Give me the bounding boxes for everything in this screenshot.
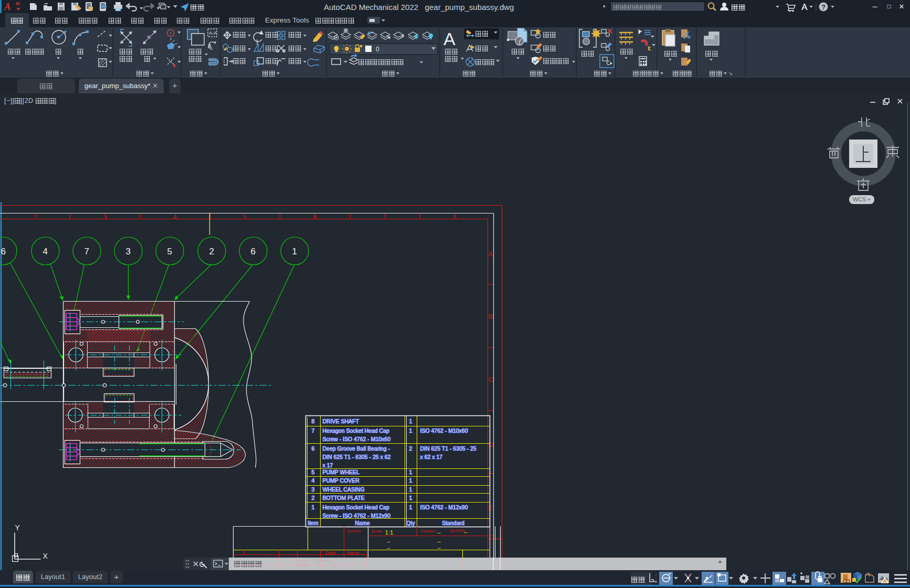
svg-text:Screw - ISO 4762 - M10x60: Screw - ISO 4762 - M10x60 bbox=[323, 436, 391, 442]
svg-text:E: E bbox=[489, 504, 493, 511]
svg-text:Qty: Qty bbox=[406, 520, 415, 526]
svg-text:2: 2 bbox=[209, 247, 214, 256]
svg-text:5: 5 bbox=[167, 247, 172, 256]
svg-text:1:1: 1:1 bbox=[385, 529, 394, 536]
svg-text:M: M bbox=[16, 1, 20, 6]
svg-text:1: 1 bbox=[409, 495, 412, 501]
svg-text:3: 3 bbox=[126, 247, 131, 256]
svg-text:Position: Position bbox=[421, 529, 436, 533]
svg-text:Y: Y bbox=[15, 523, 20, 532]
svg-text:Checked: Checked bbox=[298, 564, 310, 567]
svg-text:Name: Name bbox=[355, 520, 369, 526]
svg-text:1: 1 bbox=[409, 477, 412, 484]
svg-text:–: – bbox=[387, 544, 391, 551]
svg-text:A: A bbox=[4, 1, 11, 12]
svg-text:DIN 625 T1 - 6305 - 25: DIN 625 T1 - 6305 - 25 bbox=[420, 445, 477, 452]
svg-text:A-A: A-A bbox=[209, 30, 217, 36]
svg-text:7: 7 bbox=[312, 427, 315, 434]
svg-text:6: 6 bbox=[313, 213, 317, 221]
svg-text:Quantity: Quantity bbox=[450, 528, 465, 533]
svg-text:3: 3 bbox=[312, 486, 315, 493]
svg-text:4: 4 bbox=[173, 213, 177, 221]
svg-text:10/7/2016: 10/7/2016 bbox=[314, 559, 331, 562]
svg-text:8: 8 bbox=[312, 418, 315, 424]
svg-text:1: 1 bbox=[409, 427, 412, 434]
svg-text:0: 0 bbox=[376, 46, 379, 53]
svg-text:1: 1 bbox=[409, 418, 412, 424]
svg-text:Screw - ISO 4762 - M12x90: Screw - ISO 4762 - M12x90 bbox=[323, 512, 391, 519]
svg-text:5: 5 bbox=[243, 213, 247, 221]
svg-text:2: 2 bbox=[409, 445, 412, 452]
svg-text:7: 7 bbox=[383, 213, 387, 221]
svg-text:Date: Date bbox=[326, 550, 336, 555]
svg-text:6: 6 bbox=[251, 247, 256, 256]
svg-text:–: – bbox=[464, 529, 468, 535]
svg-text:1: 1 bbox=[409, 486, 412, 493]
svg-text:Deep Groove Ball Bearing -: Deep Groove Ball Bearing - bbox=[323, 445, 390, 452]
svg-text:PUMP WHEEL: PUMP WHEEL bbox=[323, 469, 360, 475]
svg-text:4: 4 bbox=[312, 477, 315, 484]
svg-text:WHEEL CASING: WHEEL CASING bbox=[323, 486, 365, 493]
svg-text:A: A bbox=[489, 250, 493, 258]
svg-text:2: 2 bbox=[312, 495, 315, 501]
svg-text:8: 8 bbox=[453, 213, 457, 221]
svg-text:DIN 625 T1 - 6305 - 25 x 62: DIN 625 T1 - 6305 - 25 x 62 bbox=[323, 454, 391, 460]
svg-text:1: 1 bbox=[312, 504, 315, 510]
svg-text:Drawn: Drawn bbox=[298, 559, 306, 562]
svg-text:DRIVE SHAFT: DRIVE SHAFT bbox=[323, 418, 359, 424]
svg-text:B: B bbox=[489, 313, 493, 320]
svg-text:Hexagon Socket Head Cap: Hexagon Socket Head Cap bbox=[323, 427, 389, 434]
svg-text:Standard: Standard bbox=[442, 520, 464, 526]
svg-text:1: 1 bbox=[409, 504, 412, 510]
svg-text:6: 6 bbox=[312, 445, 315, 452]
svg-text:D: D bbox=[489, 441, 493, 448]
svg-text:6: 6 bbox=[1, 247, 6, 256]
svg-text:x 17: x 17 bbox=[323, 462, 333, 468]
svg-text:5: 5 bbox=[312, 469, 315, 475]
svg-text:PUMP COVER: PUMP COVER bbox=[323, 477, 360, 484]
svg-text:?: ? bbox=[822, 4, 826, 11]
svg-text:BOTTOM PLATE: BOTTOM PLATE bbox=[323, 495, 365, 501]
svg-text:Name: Name bbox=[347, 550, 359, 555]
svg-text:1: 1 bbox=[292, 247, 297, 256]
svg-text:Hexagon Socket Head Cap: Hexagon Socket Head Cap bbox=[323, 504, 389, 510]
svg-text:3: 3 bbox=[103, 213, 107, 221]
svg-text:1: 1 bbox=[409, 469, 412, 475]
svg-text:Item: Item bbox=[308, 520, 319, 526]
svg-text:Scale: Scale bbox=[372, 529, 383, 533]
svg-text:–: – bbox=[438, 544, 441, 551]
svg-text:2: 2 bbox=[34, 213, 37, 221]
svg-text:–: – bbox=[387, 538, 391, 544]
svg-text:ISO 4762 - M12x90: ISO 4762 - M12x90 bbox=[420, 504, 468, 510]
svg-text:C: C bbox=[489, 376, 493, 383]
svg-text:x 62 x 17: x 62 x 17 bbox=[420, 454, 443, 460]
svg-text:7: 7 bbox=[84, 247, 89, 256]
svg-text:ISO 4762 - M10x60: ISO 4762 - M10x60 bbox=[420, 427, 468, 434]
svg-text:Surface: Surface bbox=[347, 529, 362, 533]
svg-text:4: 4 bbox=[43, 247, 48, 256]
svg-text:A: A bbox=[443, 29, 456, 49]
svg-text:–: – bbox=[438, 529, 441, 536]
svg-text:–: – bbox=[438, 538, 441, 544]
svg-text:X: X bbox=[43, 552, 48, 560]
